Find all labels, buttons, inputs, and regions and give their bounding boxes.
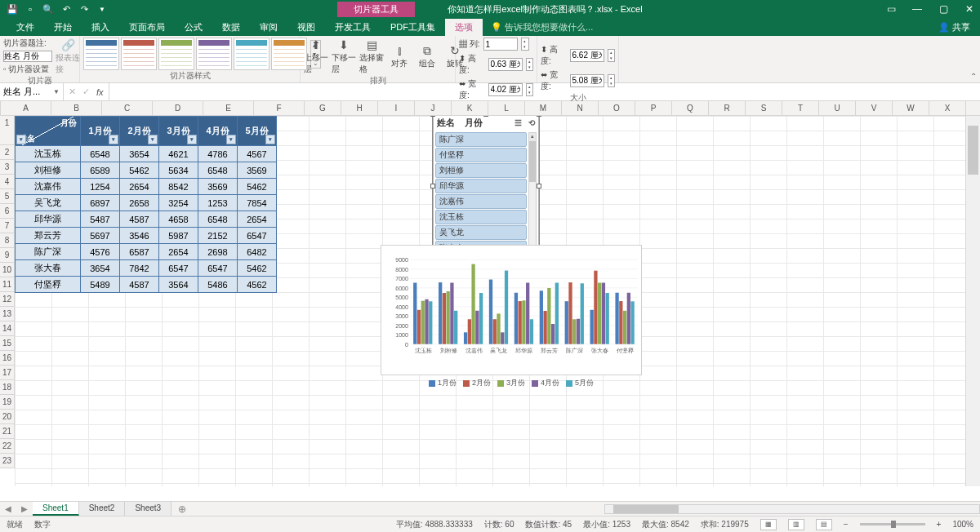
col-header-B[interactable]: B <box>51 101 102 115</box>
report-connections-button[interactable]: 🔗 报表连接 <box>56 38 80 75</box>
col-header-X[interactable]: X <box>929 101 966 115</box>
row-header-9[interactable]: 9 <box>0 248 15 263</box>
arrange-下移一层[interactable]: ⬇下移一层 <box>332 38 356 75</box>
tab-开发工具[interactable]: 开发工具 <box>325 19 381 36</box>
arrange-对齐[interactable]: ⫿对齐 <box>387 43 412 69</box>
cols-spin[interactable]: ▦ 列:▴▾ <box>459 38 533 51</box>
col-header-F[interactable]: F <box>254 101 305 115</box>
save-icon[interactable]: 💾 <box>7 3 18 15</box>
arrange-上移一层[interactable]: ⬆上移一层 <box>304 38 328 75</box>
col-header-R[interactable]: R <box>709 101 746 115</box>
row-header-11[interactable]: 11 <box>0 277 15 292</box>
normal-view-icon[interactable]: ▦ <box>760 519 777 530</box>
tab-视图[interactable]: 视图 <box>287 19 325 36</box>
tell-me-search[interactable]: 💡 告诉我您想要做什么... <box>483 19 601 36</box>
row-header-21[interactable]: 21 <box>0 424 15 439</box>
table-row[interactable]: 邱华源54874587465865482654 <box>16 211 277 228</box>
tab-审阅[interactable]: 审阅 <box>250 19 287 36</box>
table-row[interactable]: 沈嘉伟12542654854235695462 <box>16 179 277 195</box>
share-button[interactable]: 👤 共享 <box>929 19 980 36</box>
arrange-选择窗格[interactable]: ▤选择窗格 <box>359 38 384 75</box>
slicer-item[interactable]: 付坚稃 <box>435 148 527 162</box>
row-header-14[interactable]: 14 <box>0 321 15 336</box>
row-header-7[interactable]: 7 <box>0 219 15 233</box>
row-header-15[interactable]: 15 <box>0 336 15 351</box>
ribbon-display-icon[interactable]: ▭ <box>884 3 898 15</box>
row-header-16[interactable]: 16 <box>0 351 15 366</box>
cancel-icon[interactable]: ✕ <box>69 86 76 97</box>
col-header-G[interactable]: G <box>305 101 341 115</box>
chevron-down-icon[interactable]: ▼ <box>53 88 60 95</box>
slicer-style-5[interactable] <box>271 38 307 70</box>
tab-页面布局[interactable]: 页面布局 <box>119 19 175 36</box>
cell-grid[interactable]: 月份姓名▾1月份▾2月份▾3月份▾4月份▾5月份▾沈玉栋654836544621… <box>15 116 965 486</box>
col-header-C[interactable]: C <box>102 101 153 115</box>
col-header-E[interactable]: E <box>203 101 254 115</box>
table-row[interactable]: 刘桓修65895462563465483569 <box>16 162 277 179</box>
row-header-3[interactable]: 3 <box>0 160 15 175</box>
sheet-nav-next-icon[interactable]: ▶ <box>16 504 33 513</box>
row-header-12[interactable]: 12 <box>0 292 15 307</box>
col-header-N[interactable]: N <box>562 101 599 115</box>
filter-dropdown-icon[interactable]: ▾ <box>16 135 26 144</box>
slicer[interactable]: 姓名 月份 ☰ ⟲ 陈广深付坚稃刘桓修邱华源沈嘉伟沈玉栋吴飞龙张大春 ▴ ▾ <box>433 116 539 258</box>
table-row[interactable]: 付坚稃54894587356454864562 <box>16 277 277 293</box>
tab-数据[interactable]: 数据 <box>212 19 250 36</box>
tab-开始[interactable]: 开始 <box>44 19 82 36</box>
row-header-23[interactable]: 23 <box>0 454 15 468</box>
btn-width-spin[interactable]: ⬌ 宽度:▴▾ <box>459 78 533 101</box>
undo-icon[interactable]: ↶ <box>60 3 72 15</box>
col-header-J[interactable]: J <box>415 101 452 115</box>
column-headers[interactable]: ABCDEFGHIJKLMNOPQRSTUVWXY <box>0 101 980 116</box>
filter-dropdown-icon[interactable]: ▾ <box>148 135 158 144</box>
table-row[interactable]: 陈广深45766587265426986482 <box>16 244 277 260</box>
filter-dropdown-icon[interactable]: ▾ <box>109 135 118 144</box>
slicer-style-2[interactable] <box>158 38 194 70</box>
tab-PDF工具集[interactable]: PDF工具集 <box>381 19 445 36</box>
ribbon-collapse-icon[interactable]: ⌃ <box>970 72 977 81</box>
filter-dropdown-icon[interactable]: ▾ <box>226 135 236 144</box>
filter-dropdown-icon[interactable]: ▾ <box>265 135 275 144</box>
maximize-icon[interactable]: ▢ <box>936 3 951 15</box>
row-header-4[interactable]: 4 <box>0 175 15 189</box>
chart[interactable]: 0100020003000400050006000700080009000沈玉栋… <box>381 245 642 375</box>
slicer-item[interactable]: 沈玉栋 <box>435 210 527 224</box>
col-header-K[interactable]: K <box>452 101 488 115</box>
row-header-2[interactable]: 2 <box>0 145 15 160</box>
col-header-V[interactable]: V <box>856 101 893 115</box>
col-header-Y[interactable]: Y <box>966 101 980 115</box>
table-row[interactable]: 沈玉栋65483654462147864567 <box>16 146 277 162</box>
table-row[interactable]: 吴飞龙68972658325412537854 <box>16 195 277 211</box>
col-header-Q[interactable]: Q <box>672 101 709 115</box>
horizontal-scrollbar[interactable] <box>604 504 980 514</box>
row-header-17[interactable]: 17 <box>0 366 15 380</box>
row-header-13[interactable]: 13 <box>0 307 15 321</box>
data-table[interactable]: 月份姓名▾1月份▾2月份▾3月份▾4月份▾5月份▾沈玉栋654836544621… <box>15 116 277 293</box>
table-row[interactable]: 张大春36547842654765475462 <box>16 260 277 277</box>
col-header-I[interactable]: I <box>378 101 415 115</box>
row-header-10[interactable]: 10 <box>0 263 15 277</box>
table-row[interactable]: 郑云芳56973546598721526547 <box>16 228 277 244</box>
slicer-item[interactable]: 吴飞龙 <box>435 225 527 240</box>
close-icon[interactable]: ✕ <box>962 3 977 15</box>
row-header-22[interactable]: 22 <box>0 439 15 454</box>
slicer-styles-gallery[interactable] <box>83 38 307 70</box>
row-header-8[interactable]: 8 <box>0 233 15 248</box>
redo-icon[interactable]: ↷ <box>78 3 90 15</box>
row-header-1[interactable]: 1 <box>0 116 15 145</box>
col-header-U[interactable]: U <box>819 101 856 115</box>
col-header-W[interactable]: W <box>893 101 929 115</box>
slicer-style-1[interactable] <box>121 38 157 70</box>
slicer-item[interactable]: 邱华源 <box>435 179 527 193</box>
sheet-tab-Sheet1[interactable]: Sheet1 <box>33 502 79 516</box>
slicer-scrollbar[interactable]: ▴ ▾ <box>528 132 537 255</box>
slicer-style-4[interactable] <box>234 38 270 70</box>
slicer-settings-button[interactable]: ▫ 切片器设置 <box>3 64 52 75</box>
slicer-item[interactable]: 沈嘉伟 <box>435 194 527 209</box>
row-header-18[interactable]: 18 <box>0 380 15 395</box>
col-header-P[interactable]: P <box>635 101 672 115</box>
col-header-S[interactable]: S <box>746 101 782 115</box>
page-break-view-icon[interactable]: ▤ <box>816 519 832 530</box>
col-header-T[interactable]: T <box>782 101 819 115</box>
btn-height-spin[interactable]: ⬍ 高度:▴▾ <box>459 53 533 76</box>
